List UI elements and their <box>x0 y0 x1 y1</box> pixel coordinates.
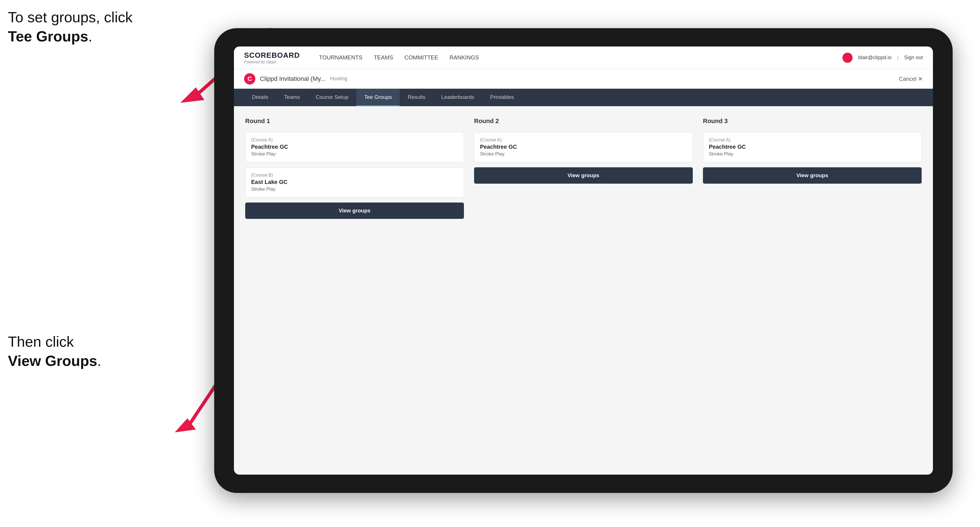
round-1-course-b-name: East Lake GC <box>251 179 458 185</box>
round-1-view-groups-button[interactable]: View groups <box>245 203 464 219</box>
instruction-top: To set groups, click Tee Groups. <box>8 8 132 46</box>
user-avatar <box>842 53 853 63</box>
round-1-course-a-name: Peachtree GC <box>251 144 458 150</box>
round-3-column: Round 3 (Course A) Peachtree GC Stroke P… <box>703 117 922 219</box>
tournament-name: Clippd Invitational (My... <box>260 75 326 83</box>
sub-header: C Clippd Invitational (My... Hosting Can… <box>234 69 933 89</box>
round-3-view-groups-button[interactable]: View groups <box>703 167 922 184</box>
tablet-screen: SCOREBOARD Powered by clippit TOURNAMENT… <box>234 46 933 475</box>
round-2-title: Round 2 <box>474 117 693 125</box>
round-2-course-a-card: (Course A) Peachtree GC Stroke Play <box>474 132 693 162</box>
round-3-course-a-label: (Course A) <box>709 138 916 143</box>
tab-tee-groups[interactable]: Tee Groups <box>356 89 400 106</box>
tab-teams[interactable]: Teams <box>276 89 308 106</box>
user-email: blair@clippd.io <box>858 55 891 60</box>
nav-committee[interactable]: COMMITTEE <box>404 54 438 61</box>
tab-bar: Details Teams Course Setup Tee Groups Re… <box>234 89 933 106</box>
nav-right: blair@clippd.io | Sign out <box>842 53 923 63</box>
instruction-bottom: Then click View Groups. <box>8 332 101 370</box>
round-1-column: Round 1 (Course A) Peachtree GC Stroke P… <box>245 117 464 219</box>
instruction-bottom-line1: Then click <box>8 333 74 350</box>
tab-leaderboards[interactable]: Leaderboards <box>433 89 482 106</box>
round-3-title: Round 3 <box>703 117 922 125</box>
nav-separator: | <box>897 55 899 60</box>
round-1-course-b-card: (Course B) East Lake GC Stroke Play <box>245 167 464 197</box>
round-2-column: Round 2 (Course A) Peachtree GC Stroke P… <box>474 117 693 219</box>
logo-sub: Powered by clippit <box>244 60 300 64</box>
logo-area: SCOREBOARD Powered by clippit <box>244 51 300 64</box>
round-1-course-b-label: (Course B) <box>251 173 458 178</box>
round-1-course-a-card: (Course A) Peachtree GC Stroke Play <box>245 132 464 162</box>
round-2-view-groups-button[interactable]: View groups <box>474 167 693 184</box>
round-3-course-a-name: Peachtree GC <box>709 144 916 150</box>
tab-results[interactable]: Results <box>400 89 433 106</box>
sub-header-left: C Clippd Invitational (My... Hosting <box>244 73 347 84</box>
logo-text: SCOREBOARD <box>244 51 300 60</box>
round-1-title: Round 1 <box>245 117 464 125</box>
instruction-bottom-period: . <box>97 352 101 369</box>
nav-teams[interactable]: TEAMS <box>374 54 393 61</box>
round-1-course-b-format: Stroke Play <box>251 186 458 192</box>
round-1-course-a-format: Stroke Play <box>251 151 458 157</box>
round-1-course-a-label: (Course A) <box>251 138 458 143</box>
round-3-course-a-format: Stroke Play <box>709 151 916 157</box>
sign-out-link[interactable]: Sign out <box>904 55 923 60</box>
rounds-container: Round 1 (Course A) Peachtree GC Stroke P… <box>245 117 922 219</box>
tab-details[interactable]: Details <box>244 89 276 106</box>
instruction-top-line1: To set groups, click <box>8 9 132 25</box>
instruction-view-groups-label: View Groups <box>8 352 97 369</box>
cancel-button[interactable]: Cancel ✕ <box>899 76 923 82</box>
nav-rankings[interactable]: RANKINGS <box>450 54 479 61</box>
nav-links: TOURNAMENTS TEAMS COMMITTEE RANKINGS <box>319 54 829 61</box>
nav-tournaments[interactable]: TOURNAMENTS <box>319 54 363 61</box>
round-3-course-a-card: (Course A) Peachtree GC Stroke Play <box>703 132 922 162</box>
instruction-tee-groups-label: Tee Groups <box>8 28 88 44</box>
round-2-course-a-label: (Course A) <box>480 138 687 143</box>
top-nav: SCOREBOARD Powered by clippit TOURNAMENT… <box>234 46 933 69</box>
instruction-top-period: . <box>88 28 92 44</box>
round-2-course-a-name: Peachtree GC <box>480 144 687 150</box>
sub-logo-c: C <box>244 73 255 84</box>
tab-course-setup[interactable]: Course Setup <box>308 89 356 106</box>
tablet-frame: SCOREBOARD Powered by clippit TOURNAMENT… <box>214 28 953 493</box>
tab-printables[interactable]: Printables <box>482 89 522 106</box>
hosting-badge: Hosting <box>330 76 347 82</box>
main-content: Round 1 (Course A) Peachtree GC Stroke P… <box>234 106 933 475</box>
round-2-course-a-format: Stroke Play <box>480 151 687 157</box>
